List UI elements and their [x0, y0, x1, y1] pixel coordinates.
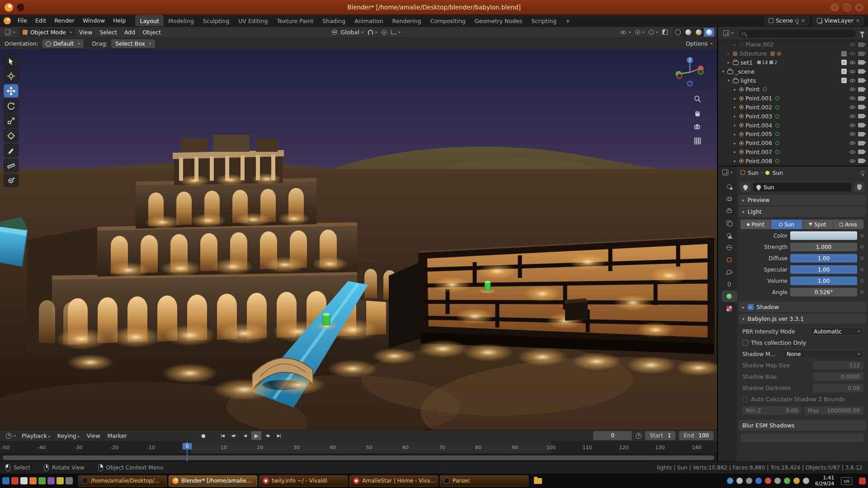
eye-icon[interactable] [849, 95, 856, 101]
launcher-icon[interactable] [66, 477, 73, 484]
launcher-icon[interactable] [11, 477, 19, 484]
workspace-tab-shading[interactable]: Shading [318, 15, 350, 26]
datablock-name-field[interactable]: Sun [753, 182, 852, 192]
selectability-dropdown[interactable]: ▾ [618, 28, 633, 36]
workspace-tab-rendering[interactable]: Rendering [388, 15, 426, 26]
outliner-row-plane002[interactable]: ▸ Plane.002 [718, 40, 868, 49]
camera-icon[interactable] [858, 123, 864, 127]
camera-icon[interactable] [858, 114, 864, 118]
taskbar-window-terminal[interactable]: /home/amalie/Desktop/... [78, 475, 167, 487]
eye-icon[interactable] [849, 42, 856, 47]
editor-type-button[interactable]: ▾ [3, 28, 17, 36]
falloff-dropdown[interactable]: ▾ [389, 29, 403, 35]
scene-selector[interactable]: Scene × [765, 16, 809, 25]
properties-tab-tool[interactable] [722, 181, 737, 192]
rendered-scene[interactable] [0, 50, 717, 430]
expand-icon[interactable]: ▸ [732, 141, 737, 145]
window-titlebar[interactable]: Blender* [/home/amalie/Desktop/blender/b… [0, 0, 868, 15]
shading-material-button[interactable] [693, 28, 704, 37]
outliner-row-point007[interactable]: ▸ Point.007 [718, 148, 868, 157]
outliner-row-point002[interactable]: ▸ Point.002 [718, 103, 868, 112]
taskbar-window-parsec[interactable]: Parsec [440, 475, 528, 487]
keyframe-dot[interactable] [860, 268, 863, 271]
strength-field[interactable]: 1.000 [790, 243, 857, 251]
launcher-icon[interactable] [38, 477, 46, 484]
move-tool-button[interactable] [4, 84, 19, 98]
properties-tab-texture[interactable] [722, 303, 737, 314]
tray-volume-icon[interactable] [736, 478, 743, 484]
outliner-row-scene-collection[interactable]: ▾ _scene ✓ [718, 67, 868, 76]
options-dropdown[interactable]: Options [686, 40, 708, 47]
window-menu-icon[interactable] [17, 4, 24, 11]
shading-solid-button[interactable] [683, 28, 693, 37]
tray-misc-icon[interactable] [803, 478, 809, 484]
snap-dropdown[interactable]: ▾ [366, 29, 379, 36]
id-type-button[interactable] [741, 182, 750, 192]
keyframe-dot[interactable] [860, 279, 863, 282]
workspace-tab-scripting[interactable]: Scripting [527, 15, 561, 26]
collection-checkbox[interactable]: ✓ [841, 51, 847, 56]
launcher-icon[interactable] [29, 477, 37, 484]
pin-icon[interactable] [795, 19, 799, 23]
outliner-row-3dtexture[interactable]: ▸ 3dtexture ✓ [718, 49, 868, 58]
eye-icon[interactable] [849, 131, 856, 137]
workspace-tab-modeling[interactable]: Modeling [164, 15, 198, 26]
pan-hand-button[interactable] [693, 109, 702, 118]
scale-tool-button[interactable] [4, 114, 19, 127]
camera-icon[interactable] [858, 132, 864, 136]
end-frame-field[interactable]: End 100 [679, 431, 713, 440]
light-color-swatch[interactable] [790, 231, 857, 240]
minimize-button[interactable]: – [830, 3, 839, 12]
expand-icon[interactable]: ▸ [726, 52, 731, 56]
breadcrumb-object[interactable]: Sun [748, 169, 759, 176]
outliner-editor-type-button[interactable]: ▾ [721, 29, 736, 37]
camera-icon[interactable] [858, 141, 864, 145]
preview-range-icon[interactable] [636, 433, 642, 439]
jump-to-end-button[interactable]: ▶| [274, 431, 284, 440]
expand-icon[interactable]: ▸ [726, 60, 731, 65]
eye-icon[interactable] [849, 104, 856, 110]
volume-slider[interactable]: 1.00 [790, 277, 857, 285]
add-workspace-button[interactable]: + [561, 15, 575, 26]
eye-icon[interactable] [849, 140, 856, 146]
3d-viewport[interactable]: Z [0, 50, 717, 430]
outliner-row-point003[interactable]: ▸ Point.003 [718, 112, 868, 121]
tray-notify-icon[interactable] [793, 478, 800, 484]
light-type-area[interactable]: Area [833, 220, 863, 229]
menu-select[interactable]: Select [96, 29, 121, 36]
camera-icon[interactable] [858, 69, 864, 74]
zoom-button[interactable] [693, 95, 702, 104]
shadow-checkbox[interactable]: ✓ [748, 304, 754, 310]
tray-info-icon[interactable] [727, 478, 733, 484]
workspace-tab-sculpting[interactable]: Sculpting [198, 15, 234, 26]
orientation-default-dropdown[interactable]: Default ▾ [42, 39, 84, 48]
workspace-tab-animation[interactable]: Animation [350, 15, 388, 26]
angle-field[interactable]: 0.526° [790, 288, 857, 296]
transform-tool-button[interactable] [4, 129, 19, 142]
launcher-icon[interactable] [2, 477, 9, 484]
auto-keying-button[interactable]: ● [198, 431, 208, 440]
camera-icon[interactable] [858, 87, 864, 92]
eye-icon[interactable] [849, 122, 856, 128]
expand-icon[interactable]: ▸ [732, 159, 737, 163]
properties-tab-render[interactable] [722, 193, 737, 204]
outliner-row-lights-collection[interactable]: ▾ lights ✓ [718, 76, 868, 85]
eye-icon[interactable] [849, 51, 856, 56]
specular-slider[interactable]: 1.00 [790, 265, 857, 274]
gizmo-z-neg-axis[interactable] [688, 81, 693, 86]
workspace-tab-texture-paint[interactable]: Texture Paint [272, 15, 318, 26]
timeline-editor-type-button[interactable]: ▾ [4, 432, 18, 440]
expand-icon[interactable]: ▸ [732, 87, 737, 92]
menu-add[interactable]: Add [121, 29, 139, 36]
launcher-icon[interactable] [57, 477, 64, 484]
measure-tool-button[interactable] [4, 159, 19, 172]
menu-view[interactable]: View [75, 29, 96, 36]
keyframe-dot[interactable] [860, 257, 863, 260]
breadcrumb-data[interactable]: Sun [772, 169, 783, 176]
gizmos-dropdown[interactable]: ▾ [633, 29, 646, 36]
outliner-row-set1[interactable]: ▸ set1 14 2 ✓ [718, 58, 868, 67]
current-frame-field[interactable]: 0 [593, 431, 632, 440]
workspace-tab-layout[interactable]: Layout [135, 15, 164, 26]
blur-esm-panel-header[interactable]: Blur ESM Shadows [739, 420, 866, 431]
start-frame-field[interactable]: Start 1 [645, 431, 675, 440]
